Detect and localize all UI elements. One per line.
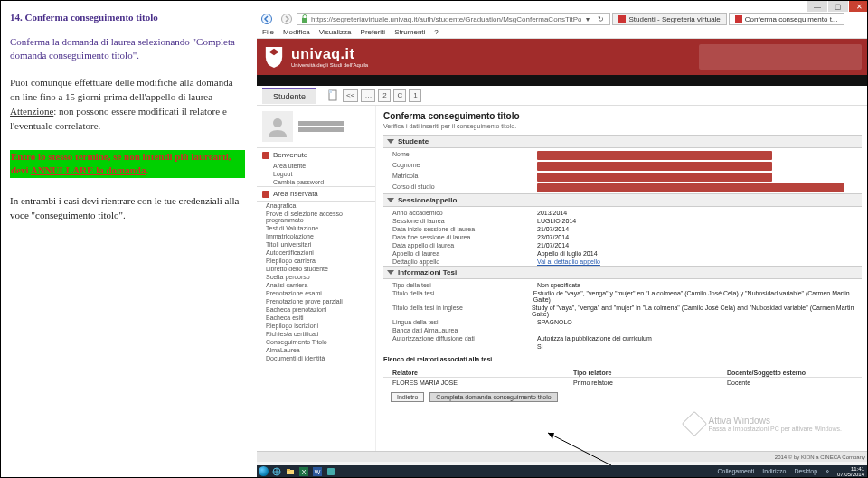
window-close-button[interactable]: ✕	[849, 1, 868, 12]
window-min-button[interactable]: —	[807, 1, 827, 12]
red-square-icon	[262, 152, 269, 159]
sidebar-item[interactable]: Bacheca prenotazioni	[257, 305, 375, 314]
tab-1-label: Studenti - Segreteria virtuale	[628, 15, 720, 23]
tray-desktop[interactable]: Desktop	[791, 468, 820, 474]
menu-area-riservata: Area riservata AnagraficaProve di selezi…	[257, 186, 375, 362]
sidebar-item[interactable]: Richiesta certificati	[257, 330, 375, 338]
sidebar-item[interactable]: Analisi carriera	[257, 281, 375, 289]
app-taskbar-icon[interactable]	[326, 466, 336, 476]
menu-edit[interactable]: Modifica	[283, 28, 310, 36]
studente-tab[interactable]: Studente	[262, 88, 316, 104]
chevron-down-icon	[387, 139, 394, 144]
sidebar-item[interactable]: Titoli universitari	[257, 240, 375, 248]
wm-line1: Attiva Windows	[709, 416, 842, 426]
sidebar-item[interactable]: Bacheca esiti	[257, 314, 375, 322]
svg-rect-3	[618, 15, 626, 23]
section-tesi[interactable]: Informazioni Tesi	[383, 266, 862, 279]
pager-C[interactable]: C	[393, 89, 406, 102]
chevron-down-icon	[387, 270, 394, 275]
sidebar-item[interactable]: Prove di selezione accesso programmato	[257, 210, 375, 224]
browser-tab-1[interactable]: Studenti - Segreteria virtuale	[612, 13, 726, 25]
menu-favorites[interactable]: Preferiti	[361, 28, 386, 36]
instruction-p3: In entrambi i casi devi rientrare con le…	[10, 194, 245, 223]
tray-indirizzo[interactable]: Indirizzo	[760, 468, 788, 474]
td-tipo: Primo relatore	[573, 380, 727, 386]
refresh-icon[interactable]: ↻	[594, 15, 607, 23]
studente-bar: Studente << … 2 C 1	[257, 86, 868, 106]
menu-ar-label: Area riservata	[273, 190, 318, 198]
back-button[interactable]: Indietro	[391, 392, 424, 402]
site-header: univaq.it Università degli Studi dell'Aq…	[257, 39, 868, 75]
sidebar-item[interactable]: Documenti di identità	[257, 354, 375, 362]
pager-2[interactable]: 2	[378, 89, 391, 102]
kv-dettaglio-k: Dettaglio appello	[392, 258, 537, 265]
tray-clock[interactable]: 11:41 07/05/2014	[835, 466, 867, 477]
instruction-panel: 14. Conferma conseguimento titolo Confer…	[1, 1, 254, 478]
kv-row: Autorizzazione diffusione datiAutorizza …	[383, 334, 862, 342]
sidebar-item[interactable]: Autocertificazioni	[257, 248, 375, 257]
dettaglio-link[interactable]: Vai al dettaglio appello	[537, 258, 600, 265]
instruction-title: 14. Conferma conseguimento titolo	[10, 12, 245, 23]
p1-b: Attenzione	[10, 106, 53, 117]
word-taskbar-icon[interactable]: W	[312, 466, 323, 476]
kv-nome-k: Nome	[392, 151, 537, 160]
instruction-lead: Conferma la domanda di laurea selezionan…	[10, 35, 245, 63]
sidebar-item[interactable]: Scelta percorso	[257, 273, 375, 281]
sidebar-item[interactable]: Test di Valutazione	[257, 224, 375, 232]
menu-view[interactable]: Visualizza	[319, 28, 352, 36]
tray-collegamenti[interactable]: Collegamenti	[714, 468, 757, 474]
kv-cognome-k: Cognome	[392, 162, 537, 171]
sidebar-item[interactable]: Prenotazione prove parziali	[257, 297, 375, 305]
sidebar-item[interactable]: AlmaLaurea	[257, 346, 375, 354]
sidebar-item[interactable]: Anagrafica	[257, 202, 375, 210]
page-footer: 2014 © by KION a CINECA Company	[257, 451, 868, 462]
explorer-taskbar-icon[interactable]	[285, 466, 296, 476]
wm-line2: Passa a Impostazioni PC per attivare Win…	[709, 426, 842, 433]
menu-tools[interactable]: Strumenti	[394, 28, 425, 36]
dropdown-icon[interactable]: ▾	[581, 15, 594, 23]
start-button[interactable]	[259, 466, 269, 476]
window-max-button[interactable]: ▢	[828, 1, 848, 12]
hl-b: ANNULLARE la domanda	[31, 164, 146, 175]
menu-file[interactable]: File	[262, 28, 274, 36]
windows-watermark: Attiva Windows Passa a Impostazioni PC p…	[685, 415, 842, 433]
page-subtitle: Verifica i dati inseriti per il consegui…	[383, 123, 862, 129]
svg-rect-2	[302, 18, 307, 23]
forward-button[interactable]	[277, 12, 297, 26]
menu-cambia-password[interactable]: Cambia password	[257, 178, 375, 186]
sidebar-item[interactable]: Riepilogo carriera	[257, 257, 375, 265]
section-sessione[interactable]: Sessione/appello	[383, 193, 862, 207]
menu-ar-items: AnagraficaProve di selezione accesso pro…	[257, 201, 375, 362]
sidebar-item[interactable]: Conseguimento Titolo	[257, 338, 375, 346]
menu-help[interactable]: ?	[434, 28, 438, 36]
menu-area-utente[interactable]: Area utente	[257, 162, 375, 170]
ie-taskbar-icon[interactable]	[271, 466, 282, 476]
section-studente[interactable]: Studente	[383, 135, 862, 148]
sidebar-item[interactable]: Prenotazione esami	[257, 289, 375, 297]
svg-rect-11	[287, 469, 290, 471]
section-studente-label: Studente	[398, 137, 429, 145]
sidebar-item[interactable]: Riepilogo iscrizioni	[257, 322, 375, 330]
relatori-caption: Elenco dei relatori associati alla tesi.	[383, 356, 862, 362]
page-title: Conferma conseguimento titolo	[383, 111, 862, 121]
kv-row: Data appello di laurea21/07/2014	[383, 241, 862, 249]
pager-back[interactable]: <<	[343, 89, 358, 102]
browser-tab-2[interactable]: Conferma conseguimento t...	[729, 13, 844, 25]
kv-row: Tipo della tesiNon specificata	[383, 281, 862, 289]
sidebar-item[interactable]: Immatricolazione	[257, 232, 375, 240]
menu-welcome-header: Benvenuto	[257, 148, 375, 162]
pager-dots[interactable]: …	[361, 89, 375, 102]
complete-button[interactable]: Completa domanda conseguimento titolo	[429, 392, 557, 402]
tray-chevrons[interactable]: »	[823, 468, 832, 474]
bottom-buttons: Indietro Completa domanda conseguimento …	[391, 392, 862, 402]
pager-1[interactable]: 1	[409, 89, 421, 102]
menu-logout[interactable]: Logout	[257, 170, 375, 178]
td-docente: Docente	[727, 380, 860, 386]
excel-taskbar-icon[interactable]: X	[298, 466, 309, 476]
th-relatore: Relatore	[392, 370, 573, 376]
url-text: https://segreteriavirtuale.univaq.it/aut…	[311, 15, 581, 23]
sidebar-item[interactable]: Libretto dello studente	[257, 265, 375, 273]
back-button[interactable]	[257, 12, 277, 26]
address-bar[interactable]: https://segreteriavirtuale.univaq.it/aut…	[297, 13, 610, 25]
dark-stripe	[257, 75, 868, 86]
